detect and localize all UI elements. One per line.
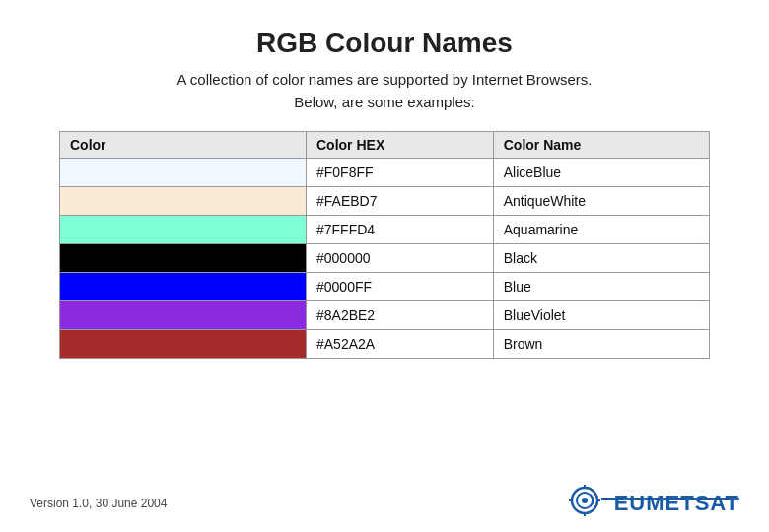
color-hex-value: #0000FF [307,273,494,301]
color-name-value: BlueViolet [493,301,709,330]
color-name-value: Aquamarine [493,216,709,244]
color-swatch [60,273,306,300]
color-name-value: Brown [493,330,709,359]
logo-text: EUMETSAT [614,491,739,516]
table-row: #0000FFBlue [60,273,710,301]
subtitle: A collection of color names are supporte… [0,69,769,113]
color-swatch [60,216,306,243]
color-name-value: Black [493,244,709,273]
table-row: #000000Black [60,244,710,273]
color-name-value: AliceBlue [493,159,709,187]
table-row: #8A2BE2BlueViolet [60,301,710,330]
table-row: #FAEBD7AntiqueWhite [60,187,710,216]
header-hex: Color HEX [307,132,494,159]
color-swatch [60,244,306,272]
footer: Version 1.0, 30 June 2004 EUMETSAT [0,485,769,522]
color-swatch [60,159,306,186]
color-hex-value: #000000 [307,244,494,273]
table-row: #7FFFD4Aquamarine [60,216,710,244]
table-header-row: Color Color HEX Color Name [60,132,710,159]
logo-area: EUMETSAT [561,485,739,522]
color-swatch [60,187,306,215]
color-table-wrapper: Color Color HEX Color Name #F0F8FFAliceB… [59,131,710,359]
color-hex-value: #8A2BE2 [307,301,494,330]
logo-underline [601,498,739,500]
color-swatch-cell [60,216,307,244]
color-name-value: Blue [493,273,709,301]
color-swatch-cell [60,330,307,359]
page-title: RGB Colour Names [0,0,769,69]
color-hex-value: #7FFFD4 [307,216,494,244]
table-row: #A52A2ABrown [60,330,710,359]
color-swatch-cell [60,187,307,216]
color-hex-value: #A52A2A [307,330,494,359]
color-hex-value: #F0F8FF [307,159,494,187]
color-swatch [60,301,306,329]
header-color: Color [60,132,307,159]
color-swatch-cell [60,301,307,330]
color-swatch-cell [60,273,307,301]
header-name: Color Name [493,132,709,159]
version-text: Version 1.0, 30 June 2004 [30,497,167,510]
color-swatch-cell [60,244,307,273]
eumetsat-logo-icon [561,485,608,522]
color-swatch [60,330,306,358]
color-table: Color Color HEX Color Name #F0F8FFAliceB… [59,131,710,359]
color-swatch-cell [60,159,307,187]
svg-point-2 [582,498,588,503]
color-name-value: AntiqueWhite [493,187,709,216]
table-row: #F0F8FFAliceBlue [60,159,710,187]
color-hex-value: #FAEBD7 [307,187,494,216]
